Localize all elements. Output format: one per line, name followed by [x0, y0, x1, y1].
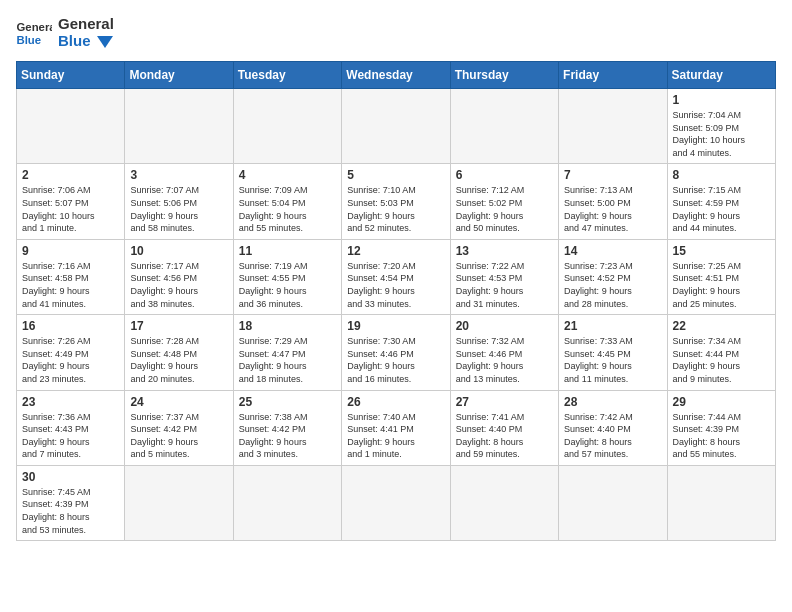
logo: General Blue General Blue	[16, 16, 114, 49]
day-number: 24	[130, 395, 227, 409]
calendar-cell: 17Sunrise: 7:28 AM Sunset: 4:48 PM Dayli…	[125, 315, 233, 390]
calendar-cell: 4Sunrise: 7:09 AM Sunset: 5:04 PM Daylig…	[233, 164, 341, 239]
calendar-cell: 14Sunrise: 7:23 AM Sunset: 4:52 PM Dayli…	[559, 239, 667, 314]
svg-marker-3	[97, 36, 113, 48]
day-info: Sunrise: 7:28 AM Sunset: 4:48 PM Dayligh…	[130, 335, 227, 385]
day-number: 18	[239, 319, 336, 333]
calendar-cell	[559, 89, 667, 164]
calendar-cell: 16Sunrise: 7:26 AM Sunset: 4:49 PM Dayli…	[17, 315, 125, 390]
calendar-cell: 22Sunrise: 7:34 AM Sunset: 4:44 PM Dayli…	[667, 315, 775, 390]
day-number: 11	[239, 244, 336, 258]
day-info: Sunrise: 7:04 AM Sunset: 5:09 PM Dayligh…	[673, 109, 770, 159]
day-number: 23	[22, 395, 119, 409]
calendar-cell: 19Sunrise: 7:30 AM Sunset: 4:46 PM Dayli…	[342, 315, 450, 390]
calendar-cell: 2Sunrise: 7:06 AM Sunset: 5:07 PM Daylig…	[17, 164, 125, 239]
day-info: Sunrise: 7:13 AM Sunset: 5:00 PM Dayligh…	[564, 184, 661, 234]
day-number: 8	[673, 168, 770, 182]
week-row-5: 23Sunrise: 7:36 AM Sunset: 4:43 PM Dayli…	[17, 390, 776, 465]
calendar-cell: 30Sunrise: 7:45 AM Sunset: 4:39 PM Dayli…	[17, 465, 125, 540]
calendar-cell: 9Sunrise: 7:16 AM Sunset: 4:58 PM Daylig…	[17, 239, 125, 314]
day-info: Sunrise: 7:06 AM Sunset: 5:07 PM Dayligh…	[22, 184, 119, 234]
calendar-cell	[125, 465, 233, 540]
day-info: Sunrise: 7:29 AM Sunset: 4:47 PM Dayligh…	[239, 335, 336, 385]
calendar-cell: 3Sunrise: 7:07 AM Sunset: 5:06 PM Daylig…	[125, 164, 233, 239]
day-number: 15	[673, 244, 770, 258]
svg-text:General: General	[17, 21, 53, 33]
day-number: 7	[564, 168, 661, 182]
calendar-cell: 10Sunrise: 7:17 AM Sunset: 4:56 PM Dayli…	[125, 239, 233, 314]
calendar-cell: 18Sunrise: 7:29 AM Sunset: 4:47 PM Dayli…	[233, 315, 341, 390]
day-info: Sunrise: 7:34 AM Sunset: 4:44 PM Dayligh…	[673, 335, 770, 385]
day-number: 16	[22, 319, 119, 333]
week-row-3: 9Sunrise: 7:16 AM Sunset: 4:58 PM Daylig…	[17, 239, 776, 314]
day-number: 4	[239, 168, 336, 182]
week-row-4: 16Sunrise: 7:26 AM Sunset: 4:49 PM Dayli…	[17, 315, 776, 390]
day-info: Sunrise: 7:09 AM Sunset: 5:04 PM Dayligh…	[239, 184, 336, 234]
calendar-cell: 6Sunrise: 7:12 AM Sunset: 5:02 PM Daylig…	[450, 164, 558, 239]
calendar-cell: 8Sunrise: 7:15 AM Sunset: 4:59 PM Daylig…	[667, 164, 775, 239]
day-number: 29	[673, 395, 770, 409]
day-number: 12	[347, 244, 444, 258]
day-number: 22	[673, 319, 770, 333]
day-number: 26	[347, 395, 444, 409]
day-number: 20	[456, 319, 553, 333]
calendar-cell: 20Sunrise: 7:32 AM Sunset: 4:46 PM Dayli…	[450, 315, 558, 390]
day-number: 6	[456, 168, 553, 182]
day-number: 3	[130, 168, 227, 182]
day-number: 27	[456, 395, 553, 409]
calendar-cell	[667, 465, 775, 540]
weekday-header-tuesday: Tuesday	[233, 62, 341, 89]
day-number: 25	[239, 395, 336, 409]
day-number: 9	[22, 244, 119, 258]
calendar-cell: 7Sunrise: 7:13 AM Sunset: 5:00 PM Daylig…	[559, 164, 667, 239]
day-info: Sunrise: 7:38 AM Sunset: 4:42 PM Dayligh…	[239, 411, 336, 461]
day-number: 10	[130, 244, 227, 258]
day-info: Sunrise: 7:30 AM Sunset: 4:46 PM Dayligh…	[347, 335, 444, 385]
day-info: Sunrise: 7:44 AM Sunset: 4:39 PM Dayligh…	[673, 411, 770, 461]
weekday-header-monday: Monday	[125, 62, 233, 89]
calendar-cell: 24Sunrise: 7:37 AM Sunset: 4:42 PM Dayli…	[125, 390, 233, 465]
week-row-2: 2Sunrise: 7:06 AM Sunset: 5:07 PM Daylig…	[17, 164, 776, 239]
calendar-cell	[342, 465, 450, 540]
day-number: 5	[347, 168, 444, 182]
day-info: Sunrise: 7:12 AM Sunset: 5:02 PM Dayligh…	[456, 184, 553, 234]
day-info: Sunrise: 7:15 AM Sunset: 4:59 PM Dayligh…	[673, 184, 770, 234]
day-info: Sunrise: 7:37 AM Sunset: 4:42 PM Dayligh…	[130, 411, 227, 461]
day-number: 30	[22, 470, 119, 484]
calendar-cell: 5Sunrise: 7:10 AM Sunset: 5:03 PM Daylig…	[342, 164, 450, 239]
day-number: 19	[347, 319, 444, 333]
day-info: Sunrise: 7:42 AM Sunset: 4:40 PM Dayligh…	[564, 411, 661, 461]
day-info: Sunrise: 7:10 AM Sunset: 5:03 PM Dayligh…	[347, 184, 444, 234]
weekday-header-saturday: Saturday	[667, 62, 775, 89]
calendar-cell: 21Sunrise: 7:33 AM Sunset: 4:45 PM Dayli…	[559, 315, 667, 390]
calendar-cell: 23Sunrise: 7:36 AM Sunset: 4:43 PM Dayli…	[17, 390, 125, 465]
calendar-cell	[233, 89, 341, 164]
header: General Blue General Blue	[16, 16, 776, 49]
day-number: 13	[456, 244, 553, 258]
calendar-table: SundayMondayTuesdayWednesdayThursdayFrid…	[16, 61, 776, 541]
calendar-cell	[125, 89, 233, 164]
week-row-6: 30Sunrise: 7:45 AM Sunset: 4:39 PM Dayli…	[17, 465, 776, 540]
day-info: Sunrise: 7:36 AM Sunset: 4:43 PM Dayligh…	[22, 411, 119, 461]
day-number: 14	[564, 244, 661, 258]
svg-text:Blue: Blue	[17, 33, 42, 45]
day-info: Sunrise: 7:16 AM Sunset: 4:58 PM Dayligh…	[22, 260, 119, 310]
day-info: Sunrise: 7:41 AM Sunset: 4:40 PM Dayligh…	[456, 411, 553, 461]
day-info: Sunrise: 7:17 AM Sunset: 4:56 PM Dayligh…	[130, 260, 227, 310]
day-number: 17	[130, 319, 227, 333]
calendar-cell: 1Sunrise: 7:04 AM Sunset: 5:09 PM Daylig…	[667, 89, 775, 164]
weekday-header-thursday: Thursday	[450, 62, 558, 89]
day-info: Sunrise: 7:25 AM Sunset: 4:51 PM Dayligh…	[673, 260, 770, 310]
calendar-cell: 11Sunrise: 7:19 AM Sunset: 4:55 PM Dayli…	[233, 239, 341, 314]
day-info: Sunrise: 7:45 AM Sunset: 4:39 PM Dayligh…	[22, 486, 119, 536]
calendar-cell: 28Sunrise: 7:42 AM Sunset: 4:40 PM Dayli…	[559, 390, 667, 465]
calendar-cell: 15Sunrise: 7:25 AM Sunset: 4:51 PM Dayli…	[667, 239, 775, 314]
day-info: Sunrise: 7:20 AM Sunset: 4:54 PM Dayligh…	[347, 260, 444, 310]
weekday-header-wednesday: Wednesday	[342, 62, 450, 89]
calendar-cell: 27Sunrise: 7:41 AM Sunset: 4:40 PM Dayli…	[450, 390, 558, 465]
week-row-1: 1Sunrise: 7:04 AM Sunset: 5:09 PM Daylig…	[17, 89, 776, 164]
day-info: Sunrise: 7:22 AM Sunset: 4:53 PM Dayligh…	[456, 260, 553, 310]
day-info: Sunrise: 7:23 AM Sunset: 4:52 PM Dayligh…	[564, 260, 661, 310]
logo-blue: Blue	[58, 33, 114, 50]
day-number: 28	[564, 395, 661, 409]
